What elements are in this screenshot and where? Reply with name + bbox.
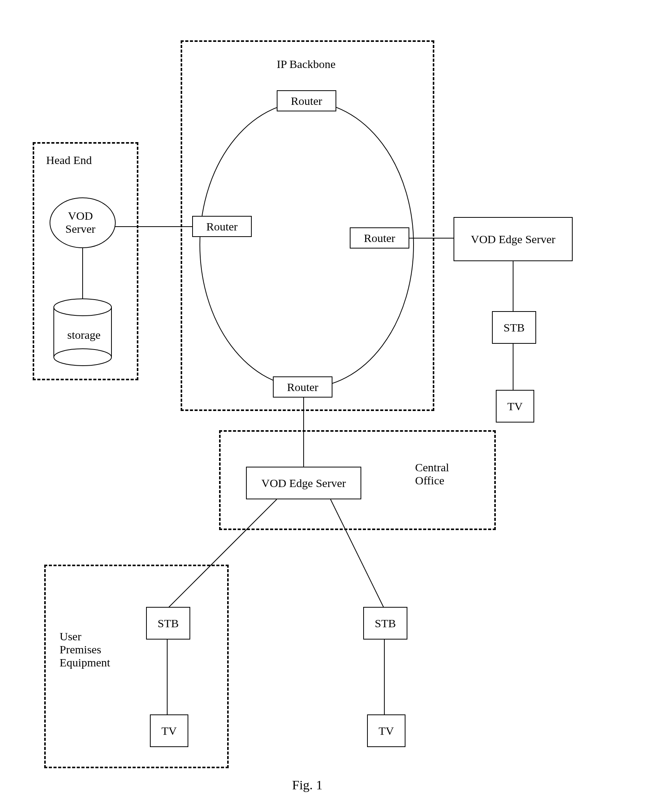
group-central-office-label: Central Office: [415, 461, 449, 487]
group-head-end-label: Head End: [46, 154, 92, 167]
node-router-left: Router: [192, 216, 252, 237]
node-tv-right-label: TV: [507, 400, 523, 413]
node-vod-edge-center-label: VOD Edge Server: [261, 477, 346, 490]
node-tv-left-label: TV: [161, 724, 177, 737]
diagram-canvas: Head End IP Backbone Central Office User…: [0, 0, 648, 812]
node-stb-left: STB: [146, 607, 190, 640]
node-tv-right: TV: [496, 390, 534, 423]
node-vod-server: VOD Server: [65, 209, 95, 235]
group-head-end: [33, 142, 138, 380]
node-tv-center-label: TV: [379, 724, 394, 737]
node-storage: storage: [67, 328, 101, 341]
node-router-top: Router: [277, 90, 336, 111]
group-user-premises-label: User Premises Equipment: [60, 630, 110, 669]
figure-caption: Fig. 1: [292, 778, 322, 792]
node-vod-edge-right: VOD Edge Server: [454, 217, 573, 261]
node-stb-left-label: STB: [158, 617, 179, 630]
node-stb-right: STB: [492, 311, 536, 344]
node-router-bottom-label: Router: [287, 381, 319, 394]
node-router-left-label: Router: [206, 220, 238, 233]
node-stb-center-label: STB: [375, 617, 396, 630]
node-vod-edge-center: VOD Edge Server: [246, 467, 361, 499]
node-router-bottom: Router: [273, 376, 332, 398]
node-tv-left: TV: [150, 714, 188, 747]
node-router-right-label: Router: [364, 232, 395, 245]
node-router-top-label: Router: [291, 94, 322, 108]
node-stb-center: STB: [363, 607, 407, 640]
node-tv-center: TV: [367, 714, 405, 747]
node-router-right: Router: [350, 227, 409, 249]
node-vod-edge-right-label: VOD Edge Server: [471, 233, 555, 246]
group-ip-backbone-label: IP Backbone: [277, 58, 336, 71]
node-stb-right-label: STB: [503, 321, 525, 334]
